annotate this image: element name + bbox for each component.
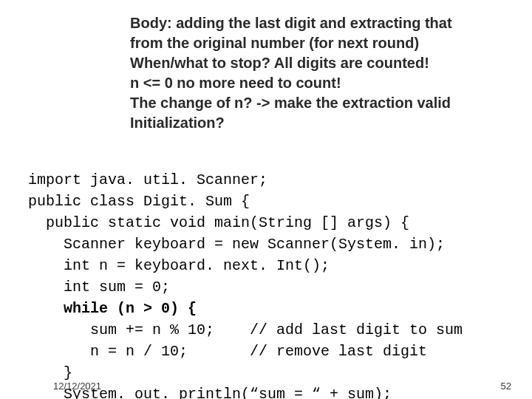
annotation-block: Body: adding the last digit and extracti… [130, 13, 452, 133]
code-line-2: public class Digit. Sum { [28, 193, 250, 210]
code-line-1: import java. util. Scanner; [28, 171, 267, 188]
footer-page-number: 52 [501, 381, 511, 392]
code-line-9: n = n / 10; // remove last digit [28, 343, 427, 360]
annotation-line-1: Body: adding the last digit and extracti… [130, 13, 452, 33]
code-line-7-indent [28, 300, 64, 317]
annotation-line-3: When/what to stop? All digits are counte… [130, 53, 452, 73]
code-block: import java. util. Scanner; public class… [28, 148, 463, 399]
annotation-line-5: The change of n? -> make the extraction … [130, 93, 452, 113]
footer-date: 12/12/2021 [53, 381, 101, 392]
code-line-3: public static void main(String [] args) … [28, 214, 409, 231]
annotation-line-2: from the original number (for next round… [130, 33, 452, 53]
code-line-10: } [28, 364, 72, 381]
annotation-line-4: n <= 0 no more need to count! [130, 73, 452, 93]
code-line-4: Scanner keyboard = new Scanner(System. i… [28, 236, 445, 253]
code-line-7-while: while (n > 0) { [64, 300, 197, 317]
code-line-6: int sum = 0; [28, 279, 170, 296]
code-line-5: int n = keyboard. next. Int(); [28, 257, 330, 274]
annotation-line-6: Initialization? [130, 113, 452, 133]
code-line-8: sum += n % 10; // add last digit to sum [28, 321, 463, 338]
